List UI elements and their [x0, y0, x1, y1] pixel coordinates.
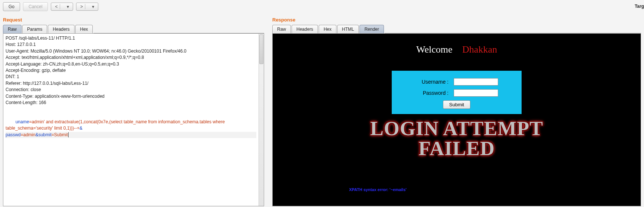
- scrollbar-thumb[interactable]: [259, 34, 263, 64]
- login-failed-text: LOGIN ATTEMPT FAILED: [273, 118, 641, 158]
- response-render: Welcome Dhakkan Username : Password : Su…: [272, 33, 641, 206]
- request-line: Accept-Encoding: gzip, deflate: [6, 67, 262, 74]
- chevron-right-icon: >: [78, 4, 85, 9]
- target-label: Targ: [635, 4, 644, 9]
- caret-down-icon: ▾: [90, 4, 96, 9]
- request-line: DNT: 1: [6, 74, 262, 80]
- password-field[interactable]: [454, 89, 498, 97]
- request-line: Accept-Language: zh-CN,zh;q=0.8,en-US;q=…: [6, 61, 262, 67]
- cancel-button[interactable]: Cancel: [23, 2, 48, 11]
- request-editor[interactable]: POST /sqli-labs/Less-11/ HTTP/1.1 Host: …: [3, 33, 264, 206]
- chevron-left-icon: <: [53, 4, 60, 9]
- request-line: Host: 127.0.0.1: [6, 41, 262, 48]
- tab-hex[interactable]: Hex: [319, 25, 336, 33]
- tab-headers[interactable]: Headers: [292, 25, 318, 33]
- request-line: Content-Type: application/x-www-form-url…: [6, 93, 262, 100]
- request-line: Referer: http://127.0.0.1/sqli-labs/Less…: [6, 80, 262, 87]
- go-button[interactable]: Go: [3, 2, 20, 11]
- request-line: Content-Length: 166: [6, 100, 262, 106]
- next-button[interactable]: > ▾: [76, 3, 98, 11]
- tab-hex[interactable]: Hex: [75, 25, 93, 33]
- prev-button[interactable]: < ▾: [51, 3, 73, 11]
- welcome-heading: Welcome Dhakkan: [273, 34, 641, 55]
- request-line: Accept: text/html,application/xhtml+xml,…: [6, 54, 262, 61]
- request-line: Connection: close: [6, 87, 262, 93]
- password-label: Password :: [415, 90, 448, 96]
- caret-down-icon: ▾: [65, 4, 71, 9]
- scrollbar[interactable]: [259, 34, 264, 206]
- action-toolbar: Go Cancel < ▾ > ▾: [0, 0, 644, 13]
- tab-html[interactable]: HTML: [337, 25, 359, 33]
- response-tabs: Raw Headers Hex HTML Render: [272, 25, 641, 33]
- username-label: Username :: [415, 79, 448, 85]
- login-form: Username : Password : Submit: [392, 71, 522, 114]
- request-body: uname=admin' and extractvalue(1,concat(0…: [6, 119, 256, 144]
- tab-raw[interactable]: Raw: [3, 25, 22, 33]
- tab-headers[interactable]: Headers: [48, 25, 74, 33]
- request-line: POST /sqli-labs/Less-11/ HTTP/1.1: [6, 35, 262, 41]
- submit-button[interactable]: Submit: [443, 100, 470, 109]
- xpath-error-text: XPATH syntax error: '~emails': [349, 187, 407, 192]
- request-title: Request: [3, 17, 264, 23]
- request-line: User-Agent: Mozilla/5.0 (Windows NT 10.0…: [6, 48, 262, 54]
- tab-params[interactable]: Params: [22, 25, 47, 33]
- response-title: Response: [272, 17, 641, 23]
- tab-raw[interactable]: Raw: [272, 25, 291, 33]
- response-pane: Response Raw Headers Hex HTML Render Wel…: [269, 13, 644, 206]
- tab-render[interactable]: Render: [359, 25, 384, 33]
- request-pane: Request Raw Params Headers Hex POST /sql…: [0, 13, 267, 206]
- username-field[interactable]: [454, 78, 498, 86]
- request-tabs: Raw Params Headers Hex: [3, 25, 264, 33]
